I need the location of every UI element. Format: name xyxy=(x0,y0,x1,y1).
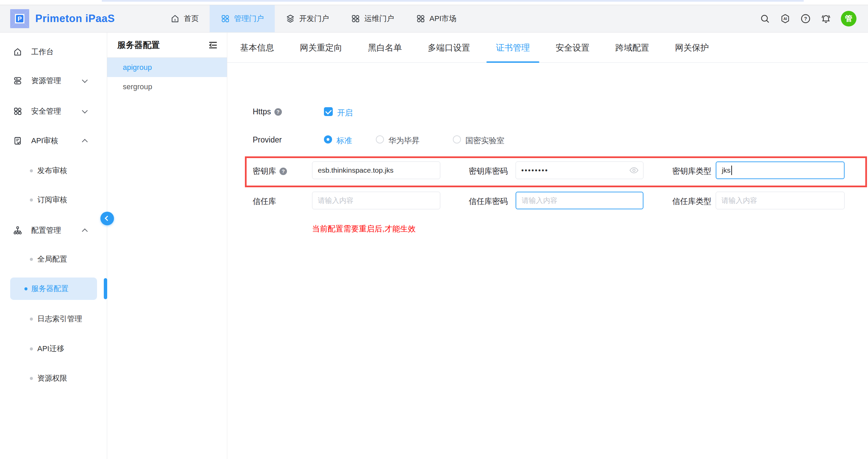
sidebar-item-global-config[interactable]: 全局配置 xyxy=(0,252,107,267)
provider-radio-standard[interactable] xyxy=(324,135,332,144)
sidebar-item-workbench[interactable]: 工作台 xyxy=(0,44,107,59)
grid-icon xyxy=(351,14,360,23)
nav-item-ops-portal[interactable]: 运维门户 xyxy=(340,5,405,32)
nav-item-label: 首页 xyxy=(184,14,199,24)
provider-radio-label[interactable]: 标准 xyxy=(336,135,352,146)
app-root: P Primeton iPaaS 首页 xyxy=(0,0,868,459)
sidebar-item-label: 资源权限 xyxy=(37,373,67,383)
help-badge-icon[interactable]: ? xyxy=(274,108,282,116)
top-nav: 首页 管理门户 开发门户 xyxy=(159,5,467,32)
bullet-icon xyxy=(24,287,27,290)
group-item-sergroup[interactable]: sergroup xyxy=(107,77,227,96)
certificate-form: Https ? 开启 Provider 标准 华为毕昇 国密实验室 密钥库 ? … xyxy=(227,63,868,459)
sidebar-item-api-audit[interactable]: API审核 xyxy=(0,133,107,148)
sidebar-item-label: 订阅审核 xyxy=(37,195,67,205)
sidebar-item-log-index-mgmt[interactable]: 日志索引管理 xyxy=(0,311,107,326)
provider-radio-guomi[interactable] xyxy=(453,135,461,144)
https-label-text: Https xyxy=(253,107,271,116)
tab-gateway-redirect[interactable]: 网关重定向 xyxy=(290,33,352,62)
chevron-down-icon xyxy=(82,108,88,114)
nav-item-dev-portal[interactable]: 开发门户 xyxy=(275,5,340,32)
nav-item-label: API市场 xyxy=(429,14,456,24)
home-icon xyxy=(170,14,180,23)
eye-icon[interactable] xyxy=(629,165,639,175)
top-strip xyxy=(0,0,868,5)
tab-security-settings[interactable]: 安全设置 xyxy=(546,33,599,62)
menu-fold-icon[interactable] xyxy=(208,40,218,50)
tab-cors-config[interactable]: 跨域配置 xyxy=(606,33,659,62)
search-icon[interactable] xyxy=(759,13,770,24)
https-checkbox[interactable] xyxy=(324,107,333,116)
main-content: 基本信息 网关重定向 黑白名单 多端口设置 证书管理 安全设置 跨域配置 网关保… xyxy=(227,33,868,459)
brand[interactable]: P Primeton iPaaS xyxy=(0,5,159,32)
https-label: Https ? xyxy=(253,107,282,116)
sidebar-item-security-mgmt[interactable]: 安全管理 xyxy=(0,104,107,119)
group-item-apigroup[interactable]: apigroup xyxy=(107,58,227,77)
truststore-type-label: 信任库类型 xyxy=(672,196,711,207)
user-avatar[interactable]: 管 xyxy=(841,11,856,26)
sidebar-item-server-config[interactable]: 服务器配置 xyxy=(10,278,97,300)
grid-icon xyxy=(416,14,425,23)
nav-item-home[interactable]: 首页 xyxy=(159,5,210,32)
nav-item-label: 管理门户 xyxy=(234,14,264,24)
sidebar-item-subscribe-audit[interactable]: 订阅审核 xyxy=(0,192,107,207)
sidebar-item-label: 配置管理 xyxy=(31,225,61,235)
keystore-type-label: 密钥库类型 xyxy=(672,166,711,176)
sidebar-item-publish-audit[interactable]: 发布审核 xyxy=(0,163,107,178)
primary-sidebar: 工作台 资源管理 安全管理 xyxy=(0,33,107,459)
text-cursor xyxy=(731,166,732,175)
keystore-type-input[interactable]: jks xyxy=(716,161,845,179)
nav-item-api-market[interactable]: API市场 xyxy=(405,5,467,32)
bullet-icon xyxy=(30,198,33,202)
keystore-label-text: 密钥库 xyxy=(253,166,276,176)
svg-text:?: ? xyxy=(804,16,807,21)
help-icon[interactable]: ? xyxy=(800,13,811,24)
keystore-input[interactable] xyxy=(312,161,440,179)
svg-text:P: P xyxy=(18,15,22,22)
provider-radio-label[interactable]: 华为毕昇 xyxy=(388,135,420,146)
nav-item-admin-portal[interactable]: 管理门户 xyxy=(210,5,275,32)
grid-icon xyxy=(220,14,230,23)
restart-warning-text: 当前配置需要重启后,才能生效 xyxy=(312,224,416,234)
secondary-sidebar: 服务器配置 apigroup sergroup xyxy=(107,33,227,459)
sidebar-item-resource-mgmt[interactable]: 资源管理 xyxy=(0,73,107,88)
sidebar-item-label: 服务器配置 xyxy=(31,284,69,294)
tab-certificate-mgmt[interactable]: 证书管理 xyxy=(486,33,539,62)
help-badge-icon[interactable]: ? xyxy=(279,168,287,175)
tab-multi-port[interactable]: 多端口设置 xyxy=(418,33,480,62)
nav-item-label: 开发门户 xyxy=(299,14,329,24)
provider-radio-huawei[interactable] xyxy=(376,135,384,144)
bullet-icon xyxy=(30,169,33,172)
tab-basic-info[interactable]: 基本信息 xyxy=(231,33,284,62)
truststore-input[interactable] xyxy=(312,192,440,209)
chevron-left-icon xyxy=(105,216,110,221)
sidebar-collapse-button[interactable] xyxy=(100,212,114,225)
nav-item-label: 运维门户 xyxy=(364,14,394,24)
sidebar-item-api-migration[interactable]: API迁移 xyxy=(0,341,107,356)
chevron-up-icon xyxy=(82,139,88,145)
sidebar-item-resource-permission[interactable]: 资源权限 xyxy=(0,371,107,386)
tab-bar: 基本信息 网关重定向 黑白名单 多端口设置 证书管理 安全设置 跨域配置 网关保… xyxy=(227,33,868,63)
provider-radio-label[interactable]: 国密实验室 xyxy=(465,135,504,146)
truststore-type-input[interactable] xyxy=(716,192,845,209)
sidebar-item-label: 资源管理 xyxy=(31,76,61,86)
sidebar-item-config-mgmt[interactable]: 配置管理 xyxy=(0,223,107,238)
tab-gateway-protection[interactable]: 网关保护 xyxy=(666,33,718,62)
keystore-password-label: 密钥库密码 xyxy=(469,166,508,176)
top-accent-line xyxy=(102,0,804,2)
ai-assistant-icon[interactable]: AI xyxy=(780,13,791,24)
keystore-password-input[interactable] xyxy=(516,161,643,179)
truststore-password-input[interactable] xyxy=(516,192,643,209)
bullet-icon xyxy=(30,377,33,380)
sitemap-icon xyxy=(13,226,22,235)
home-icon xyxy=(13,47,22,57)
grid-icon xyxy=(13,107,22,116)
truststore-password-label: 信任库密码 xyxy=(469,196,508,207)
notification-icon[interactable] xyxy=(821,13,831,24)
chevron-down-icon xyxy=(82,77,88,83)
tab-black-white-list[interactable]: 黑白名单 xyxy=(359,33,411,62)
https-checkbox-label[interactable]: 开启 xyxy=(337,108,353,118)
app-header: P Primeton iPaaS 首页 xyxy=(0,5,868,33)
layers-icon xyxy=(286,14,295,23)
sidebar-item-label: 全局配置 xyxy=(37,254,67,264)
